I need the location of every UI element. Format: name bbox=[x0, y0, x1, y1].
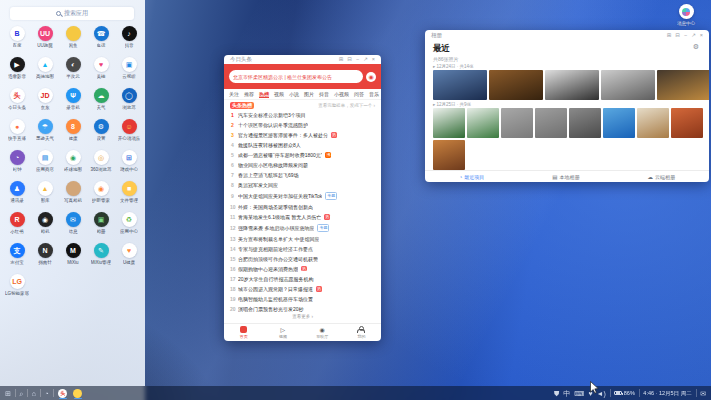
toutiao-taskbar-icon[interactable]: 头 bbox=[57, 387, 68, 399]
tab-小说[interactable]: 小说 bbox=[289, 91, 299, 97]
pin-icon[interactable]: ⊞ bbox=[667, 33, 672, 39]
app-icon-设置[interactable]: ⚙设置 bbox=[87, 117, 115, 148]
app-icon-通讯录[interactable]: ♟通讯录 bbox=[3, 179, 31, 210]
search-input[interactable]: 搜索应用 bbox=[10, 7, 134, 20]
photo-thumbnail[interactable] bbox=[569, 108, 601, 138]
news-item[interactable]: 1汽车安全标准公示新增3个项目 bbox=[230, 112, 375, 118]
app-icon-环球地图[interactable]: ◉环球地图 bbox=[59, 148, 87, 179]
resize-icon[interactable]: ↗ bbox=[691, 33, 696, 39]
news-item[interactable]: 5成都一酒店被曝“停车超时收费1800元”沸 bbox=[230, 152, 375, 158]
ime-icon[interactable]: 中 bbox=[563, 390, 570, 397]
maximize-icon[interactable]: ⊟ bbox=[675, 33, 680, 39]
app-icon-健康[interactable]: 8健康 bbox=[59, 117, 87, 148]
news-item[interactable]: 14专家与捷克相期前途经济工作要点 bbox=[230, 246, 375, 252]
app-icon-录音机[interactable]: Ψ录音机 bbox=[59, 86, 87, 117]
tab-推荐[interactable]: 推荐 bbox=[244, 91, 254, 97]
photo-thumbnail[interactable] bbox=[501, 108, 533, 138]
gallery-tab-本地相册[interactable]: ▤本地相册 bbox=[552, 174, 579, 180]
app-icon-游戏中心[interactable]: ⊞游戏中心 bbox=[115, 148, 143, 179]
app-icon-360浏览器[interactable]: ◎360浏览器 bbox=[87, 148, 115, 179]
news-item[interactable]: 7春运上空适飞航班起飞69场 bbox=[230, 172, 375, 178]
app-icon-写真相机[interactable]: 写真相机 bbox=[59, 179, 87, 210]
app-icon-电话[interactable]: ☎电话 bbox=[87, 24, 115, 55]
wifi-icon[interactable]: ♥ bbox=[588, 390, 592, 397]
tab-图片[interactable]: 图片 bbox=[304, 91, 314, 97]
photo-thumbnail[interactable] bbox=[637, 108, 669, 138]
news-item[interactable]: 6物业回应小区电梯故障频发问题 bbox=[230, 162, 375, 168]
minimize-icon[interactable]: − bbox=[684, 33, 687, 39]
toutiao-search-input[interactable]: 北京市怀柔区精选公示 | 格兰仕集团发布公告 bbox=[229, 70, 363, 83]
clock[interactable]: 4:46 · 12月5日 周二 bbox=[643, 390, 691, 397]
app-icon-京东[interactable]: JD京东 bbox=[31, 86, 59, 117]
app-icon-高德地图[interactable]: ▲高德地图 bbox=[31, 55, 59, 86]
app-icon-U健康[interactable]: ♥U健康 bbox=[115, 241, 143, 272]
app-icon-指南针[interactable]: N指南针 bbox=[31, 241, 59, 272]
app-icon-开心消消乐[interactable]: ☺开心消消乐 bbox=[115, 117, 143, 148]
gallery-tab-云端相册[interactable]: ☁云端相册 bbox=[647, 174, 675, 180]
app-icon-闲鱼[interactable]: 闲鱼 bbox=[59, 24, 87, 55]
app-icon-信息[interactable]: ✉信息 bbox=[59, 210, 87, 241]
shield-icon[interactable]: ⛊ bbox=[554, 390, 559, 397]
tab-小视频[interactable]: 小视频 bbox=[334, 91, 349, 97]
tab-热榜[interactable]: 热榜 bbox=[259, 91, 269, 98]
app-icon-应用中心[interactable]: ♻应用中心 bbox=[115, 210, 143, 241]
news-item[interactable]: 13美方宣布将制裁名单扩大 中使馆回应 bbox=[230, 236, 375, 242]
tab-抖音[interactable]: 抖音 bbox=[319, 91, 329, 97]
keyboard-icon[interactable]: ⌨ bbox=[574, 390, 584, 397]
nav-放映厅[interactable]: ◉放映厅 bbox=[303, 324, 342, 341]
news-item[interactable]: 16假期购物中心迎来消费热潮热 bbox=[230, 266, 375, 272]
resize-icon[interactable]: ↗ bbox=[363, 57, 368, 63]
app-icon-墨迹天气[interactable]: ☂墨迹天气 bbox=[31, 117, 59, 148]
maximize-icon[interactable]: ⊟ bbox=[347, 57, 352, 63]
app-icon-MiXiu[interactable]: MMiXiu bbox=[59, 241, 87, 272]
app-icon-支付宝[interactable]: 支支付宝 bbox=[3, 241, 31, 272]
nav-我的[interactable]: 我的 bbox=[342, 324, 381, 341]
news-item[interactable]: 20演唱会门票预售秒光引发20秒 bbox=[230, 306, 375, 312]
app-icon-LG智能家居[interactable]: LGLG智能家居 bbox=[3, 272, 31, 303]
message-center-badge[interactable]: 消息中心 bbox=[671, 4, 701, 26]
app-icon-UU跑腿[interactable]: UUUU跑腿 bbox=[31, 24, 59, 55]
news-item[interactable]: 3官方通报景区游客滞留事件：多人被处分热 bbox=[230, 132, 375, 138]
pin-icon[interactable]: ⊞ bbox=[339, 57, 344, 63]
gear-icon[interactable]: ⚙ bbox=[693, 43, 699, 51]
app-icon-天气[interactable]: ☁天气 bbox=[87, 86, 115, 117]
photo-thumbnail[interactable] bbox=[433, 70, 487, 100]
app-icon-美柚[interactable]: ♥美柚 bbox=[87, 55, 115, 86]
tab-视频[interactable]: 视频 bbox=[274, 91, 284, 97]
hot-board-more-link[interactable]: 查看完整榜单，发现下一个 › bbox=[318, 103, 375, 108]
nav-首页[interactable]: 首页 bbox=[224, 324, 263, 341]
app-icon-小红书[interactable]: R小红书 bbox=[3, 210, 31, 241]
photo-thumbnail[interactable] bbox=[467, 108, 499, 138]
photo-thumbnail[interactable] bbox=[545, 70, 599, 100]
app-icon-今日头条[interactable]: 头今日头条 bbox=[3, 86, 31, 117]
camera-icon[interactable]: ◉ bbox=[366, 72, 376, 82]
news-item[interactable]: 18城市公园进入观赏期？日常爆报道热 bbox=[230, 286, 375, 292]
photo-thumbnail[interactable] bbox=[433, 140, 465, 170]
photo-thumbnail[interactable] bbox=[601, 70, 655, 100]
photo-thumbnail[interactable] bbox=[433, 108, 465, 138]
news-item[interactable]: 12强降雪来袭 多地启动小镇应急响应专题 bbox=[230, 224, 375, 232]
app-icon-快手直播[interactable]: ●快手直播 bbox=[3, 117, 31, 148]
app-icon-文件管理[interactable]: ■文件管理 bbox=[115, 179, 143, 210]
news-item[interactable]: 10外媒：美国商场圣诞季销售创新高 bbox=[230, 204, 375, 210]
app-icon-护眼管家[interactable]: ◉护眼管家 bbox=[87, 179, 115, 210]
close-icon[interactable]: × bbox=[372, 57, 375, 63]
news-item[interactable]: 11青海某地发生6.1级地震 暂无人员伤亡热 bbox=[230, 214, 375, 220]
close-icon[interactable]: × bbox=[700, 33, 703, 39]
app-icon-相册[interactable]: ▣相册 bbox=[87, 210, 115, 241]
launcher-grid-icon[interactable]: ⊞ bbox=[5, 390, 11, 397]
multitask-icon[interactable]: ◔ bbox=[45, 390, 49, 397]
photo-thumbnail[interactable] bbox=[671, 108, 703, 138]
minimize-icon[interactable]: − bbox=[356, 57, 359, 63]
app-icon-半次元[interactable]: ◐半次元 bbox=[59, 55, 87, 86]
app-icon-应用商店[interactable]: ▤应用商店 bbox=[31, 148, 59, 179]
app-icon-浏览器[interactable]: ◯浏览器 bbox=[115, 86, 143, 117]
app-icon-百度[interactable]: B百度 bbox=[3, 24, 31, 55]
news-item[interactable]: 4救援队连夜转移被困群众8人 bbox=[230, 142, 375, 148]
tab-问答[interactable]: 问答 bbox=[354, 91, 364, 97]
photo-thumbnail[interactable] bbox=[489, 70, 543, 100]
app-icon-抖音[interactable]: ♪抖音 bbox=[115, 24, 143, 55]
app-icon-相机[interactable]: ◉相机 bbox=[31, 210, 59, 241]
app-icon-云视听[interactable]: ▣云视听 bbox=[115, 55, 143, 86]
see-more-link[interactable]: 查看更多 › bbox=[224, 314, 381, 323]
